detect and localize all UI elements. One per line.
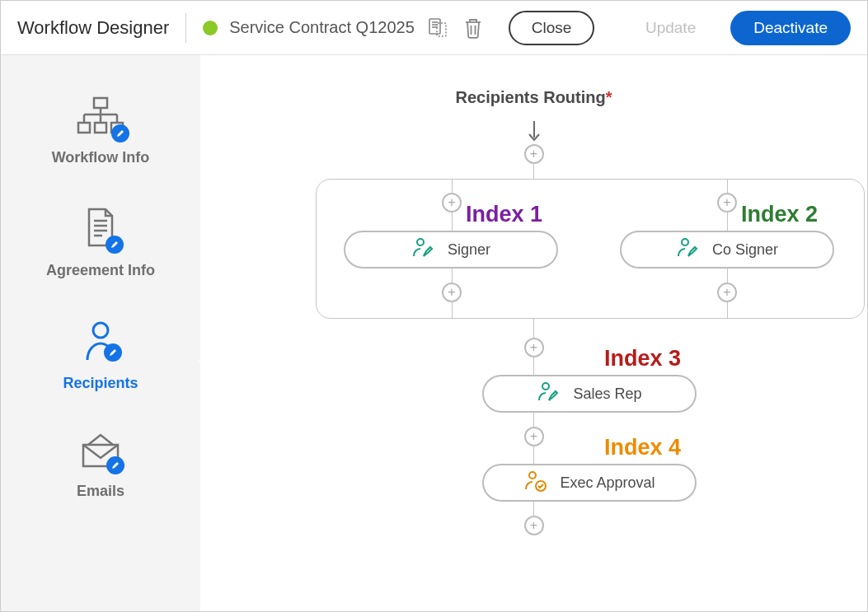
sidebar-item-agreement-info[interactable]: Agreement Info (1, 191, 200, 304)
update-button-label: Update (645, 19, 696, 37)
deactivate-button-label: Deactivate (753, 19, 828, 37)
document-icon (82, 208, 119, 252)
signer-icon (676, 236, 701, 264)
connector (533, 413, 534, 427)
sidebar: Workflow Info (1, 55, 200, 611)
svg-point-23 (417, 239, 424, 245)
sidebar-item-label: Emails (77, 483, 124, 500)
routing-title-text: Recipients Routing (455, 88, 605, 106)
recipient-pill-signer[interactable]: Signer (344, 231, 558, 269)
add-recipient-button[interactable] (524, 427, 544, 446)
person-icon (84, 320, 117, 365)
add-recipient-button[interactable] (717, 193, 737, 213)
index-label-1: Index 1 (466, 202, 542, 227)
sidebar-item-emails[interactable]: Emails (1, 417, 200, 525)
arrow-down-icon (528, 119, 541, 146)
sidebar-item-label: Recipients (63, 375, 138, 392)
index-label-2: Index 2 (741, 202, 818, 227)
edit-badge-icon (106, 456, 124, 474)
connector (452, 302, 453, 319)
document-name: Service Contract Q12025 (229, 18, 415, 37)
recipient-label: Sales Rep (573, 385, 641, 403)
connector (533, 319, 534, 338)
add-recipient-button[interactable] (524, 516, 544, 535)
close-button[interactable]: Close (509, 11, 595, 45)
svg-rect-7 (94, 98, 107, 108)
recipient-pill-salesrep[interactable]: Sales Rep (482, 375, 697, 413)
signer-icon (411, 236, 436, 264)
recipient-label: Exec Approval (560, 474, 655, 492)
edit-badge-icon (111, 124, 129, 142)
recipient-pill-cosigner[interactable]: Co Signer (620, 231, 834, 269)
recipient-label: Co Signer (712, 241, 778, 259)
connector (727, 302, 728, 319)
connector (727, 213, 728, 231)
signer-icon (537, 381, 561, 408)
connector (452, 179, 453, 193)
trash-icon[interactable] (462, 16, 484, 40)
edit-badge-icon (106, 236, 124, 254)
svg-point-24 (682, 239, 688, 245)
connector (452, 269, 453, 283)
workflow-icon (75, 96, 126, 139)
routing-canvas: Recipients Routing* Index 1 (200, 55, 867, 611)
copy-icon[interactable] (426, 16, 449, 40)
update-button: Update (622, 11, 719, 45)
header: Workflow Designer Service Contract Q1202… (1, 1, 867, 55)
add-recipient-button[interactable] (524, 338, 544, 357)
svg-point-25 (542, 383, 549, 390)
connector (533, 357, 534, 375)
svg-point-26 (529, 472, 536, 479)
header-separator (185, 13, 186, 43)
connector (533, 446, 534, 464)
connector (727, 269, 728, 283)
connector (452, 213, 453, 231)
status-indicator (203, 21, 218, 35)
svg-point-20 (93, 323, 108, 338)
connector (533, 164, 534, 179)
approver-icon (523, 470, 548, 497)
add-recipient-button[interactable] (524, 144, 544, 164)
sidebar-item-label: Agreement Info (46, 262, 155, 279)
required-star: * (606, 88, 612, 106)
routing-title: Recipients Routing* (455, 88, 612, 107)
edit-badge-icon (104, 343, 122, 362)
sidebar-item-label: Workflow Info (52, 149, 150, 166)
deactivate-button[interactable]: Deactivate (730, 11, 851, 45)
sidebar-item-workflow-info[interactable]: Workflow Info (1, 80, 200, 191)
recipient-pill-exec[interactable]: Exec Approval (482, 464, 697, 502)
add-recipient-button[interactable] (442, 193, 462, 213)
index-label-4: Index 4 (604, 435, 681, 460)
add-recipient-button[interactable] (717, 283, 737, 302)
sidebar-item-recipients[interactable]: Recipients (1, 304, 200, 417)
app-title: Workflow Designer (17, 17, 169, 39)
connector (727, 179, 728, 193)
recipient-label: Signer (448, 241, 490, 259)
add-recipient-button[interactable] (442, 283, 462, 302)
svg-rect-0 (429, 19, 440, 34)
svg-rect-9 (95, 123, 106, 133)
close-button-label: Close (532, 19, 572, 37)
svg-rect-8 (78, 123, 90, 133)
connector (533, 502, 534, 516)
email-icon (80, 433, 121, 473)
index-label-3: Index 3 (604, 346, 681, 371)
